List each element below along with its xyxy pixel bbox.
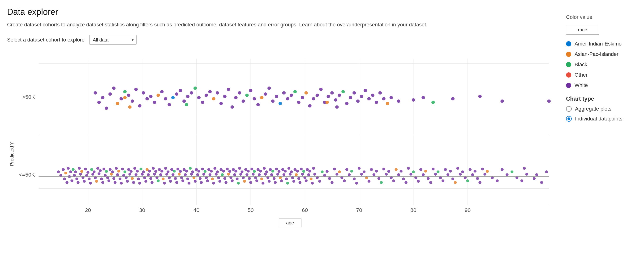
color-value-button[interactable]: race [566,25,599,35]
svg-point-393 [516,176,518,179]
svg-point-345 [382,168,385,170]
svg-point-73 [278,102,282,105]
radio-individual-icon[interactable] [566,116,572,122]
svg-point-128 [80,170,84,173]
svg-point-235 [212,182,215,185]
svg-point-336 [360,173,363,176]
radio-aggregate-plots[interactable]: Aggregate plots [566,106,637,112]
svg-point-344 [380,181,383,184]
svg-point-56 [216,91,219,95]
legend-section: Amer-Indian-Eskimo Asian-Pac-Islander Bl… [566,41,637,88]
svg-point-397 [540,181,543,184]
svg-point-153 [111,170,114,173]
legend-label-amer-indian: Amer-Indian-Eskimo [574,41,622,47]
svg-point-278 [265,170,268,173]
radio-individual-datapoints[interactable]: Individual datapoints [566,116,637,122]
svg-point-80 [304,91,308,95]
svg-point-218 [191,170,194,173]
svg-point-246 [226,168,229,170]
svg-point-155 [114,181,117,184]
svg-point-36 [142,91,145,95]
svg-point-203 [173,170,176,173]
dataset-cohort-select[interactable]: All data Cohort 1 Cohort 2 [89,35,136,45]
svg-point-117 [66,167,70,170]
svg-point-53 [204,94,208,97]
svg-point-324 [330,181,334,184]
white-dot [566,83,571,88]
svg-point-91 [345,102,349,105]
svg-point-291 [281,168,284,171]
svg-point-289 [279,176,282,179]
svg-point-49 [190,91,193,95]
svg-point-165 [126,180,129,183]
svg-point-366 [434,173,437,176]
svg-point-398 [545,170,548,173]
svg-point-65 [249,89,252,92]
svg-point-286 [275,168,278,170]
svg-text:>50K: >50K [22,94,35,100]
svg-point-109 [478,95,482,98]
svg-point-287 [276,173,280,176]
svg-point-119 [69,170,72,173]
svg-point-273 [259,170,262,173]
svg-point-26 [108,92,112,96]
radio-aggregate-icon[interactable] [566,106,572,112]
svg-point-70 [268,87,271,90]
svg-point-383 [476,177,479,180]
svg-point-231 [207,168,210,171]
svg-point-328 [340,176,344,179]
svg-point-132 [85,174,88,177]
svg-point-51 [197,96,201,99]
svg-point-258 [240,170,244,173]
svg-point-405 [335,105,339,109]
svg-point-378 [464,176,467,179]
svg-point-272 [258,173,261,176]
svg-point-163 [124,170,127,173]
selector-label: Select a dataset cohort to explore [7,37,84,43]
svg-point-194 [162,177,165,180]
legend-item-black: Black [566,62,637,68]
svg-point-208 [179,170,182,173]
svg-point-348 [390,176,393,179]
legend-label-asian-pac: Asian-Pac-Islander [574,51,618,57]
svg-point-129 [82,176,84,179]
svg-point-251 [232,168,235,171]
svg-point-150 [108,179,110,182]
svg-point-222 [196,173,199,176]
svg-point-337 [363,170,366,173]
svg-point-227 [202,173,205,176]
svg-point-192 [159,173,162,176]
svg-point-264 [248,177,251,180]
svg-point-326 [336,173,338,176]
svg-point-284 [273,177,276,180]
svg-point-29 [120,97,123,100]
svg-point-342 [375,170,378,173]
svg-point-210 [182,179,184,182]
svg-point-233 [210,170,213,173]
svg-point-238 [216,170,219,173]
svg-point-114 [63,177,66,180]
legend-item-other: Other [566,72,637,78]
svg-point-62 [238,91,242,95]
svg-point-54 [208,90,212,93]
svg-point-77 [294,90,297,93]
svg-point-298 [290,170,293,173]
svg-point-52 [201,101,204,104]
svg-point-305 [298,181,302,184]
svg-point-126 [78,167,81,170]
svg-point-113 [62,168,65,171]
svg-point-220 [194,180,197,183]
svg-text:80: 80 [410,207,416,213]
legend-label-white: White [574,82,588,88]
svg-point-215 [188,182,191,185]
svg-point-160 [120,182,123,185]
svg-point-375 [456,167,459,170]
svg-point-45 [175,92,178,96]
svg-point-204 [174,177,177,180]
svg-point-354 [404,181,408,184]
svg-point-247 [227,173,230,176]
black-dot [566,62,571,67]
svg-point-98 [371,94,374,97]
svg-point-69 [264,92,267,96]
legend-label-other: Other [574,72,588,78]
